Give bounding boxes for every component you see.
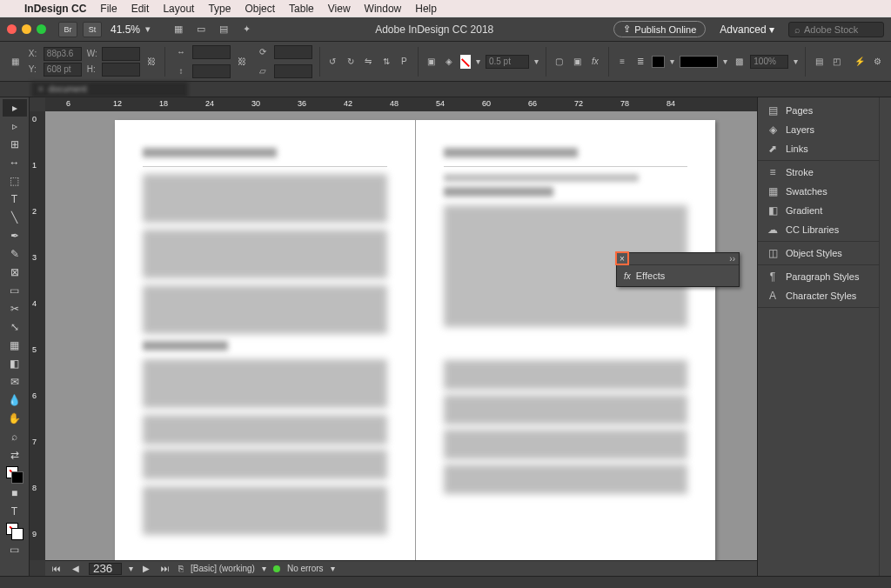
scale-y-input[interactable] [192, 64, 231, 78]
window-maximize[interactable] [37, 24, 46, 34]
rectangle-frame-tool[interactable]: ⊠ [3, 264, 27, 281]
free-transform-tool[interactable]: ⤡ [3, 318, 27, 336]
page-number-input[interactable] [89, 563, 122, 575]
content-collector-tool[interactable]: ⬚ [3, 172, 27, 190]
fx-icon[interactable]: fx [589, 53, 601, 70]
menu-edit[interactable]: Edit [131, 3, 150, 15]
object-styles-panel-button[interactable]: ◫Object Styles [758, 244, 879, 263]
window-close[interactable] [7, 24, 17, 34]
opacity-input[interactable] [750, 55, 788, 69]
line-tool[interactable]: ╲ [3, 209, 27, 226]
effects-panel[interactable]: × ›› fx Effects [616, 252, 740, 287]
prev-page-button[interactable]: ◀ [70, 563, 82, 575]
page-tool[interactable]: ⊞ [3, 136, 27, 153]
horizontal-ruler[interactable]: 6 12 18 24 30 36 42 48 54 60 66 72 78 84 [45, 97, 757, 111]
gradient-swatch-tool[interactable]: ▦ [3, 337, 27, 354]
gpu-icon[interactable]: ✦ [238, 21, 255, 38]
pages-panel-button[interactable]: ▤Pages [758, 101, 879, 120]
first-page-button[interactable]: ⏮ [50, 563, 63, 575]
fill-color-swatch[interactable] [652, 56, 665, 68]
screen-mode-tool[interactable]: ▭ [3, 541, 27, 558]
preflight-profile[interactable]: [Basic] (working) [191, 564, 255, 573]
swatches-panel-button[interactable]: ▦Swatches [758, 182, 879, 201]
bridge-button[interactable]: Br [58, 22, 77, 37]
menu-view[interactable]: View [328, 3, 351, 15]
chevron-down-icon[interactable]: ▾ [331, 564, 335, 573]
cc-libraries-panel-button[interactable]: ☁CC Libraries [758, 220, 879, 239]
chevron-down-icon[interactable]: ▾ [723, 57, 727, 66]
character-styles-panel-button[interactable]: ACharacter Styles [758, 286, 879, 305]
toggle-fill-stroke[interactable]: ⇄ [3, 446, 27, 464]
preflight-errors[interactable]: No errors [287, 564, 324, 573]
scissors-tool[interactable]: ✂ [3, 300, 27, 317]
gradient-feather-tool[interactable]: ◧ [3, 355, 27, 372]
window-minimize[interactable] [22, 24, 31, 34]
w-input[interactable] [102, 47, 140, 61]
zoom-tool[interactable]: ⌕ [3, 428, 27, 445]
pasteboard[interactable]: × ›› fx Effects [45, 111, 757, 560]
collapse-icon[interactable]: ›› [729, 254, 735, 264]
apply-color-icon[interactable]: ■ [3, 484, 27, 502]
adobe-stock-search[interactable]: ⌕ Adobe Stock [788, 22, 884, 37]
workspace-switcher[interactable]: Advanced ▾ [720, 23, 774, 36]
panel-close-button[interactable]: × [615, 251, 629, 265]
menu-object[interactable]: Object [245, 3, 275, 15]
hand-tool[interactable]: ✋ [3, 410, 27, 427]
scale-x-input[interactable] [192, 45, 231, 59]
chevron-down-icon[interactable]: ▾ [670, 57, 674, 66]
eyedropper-tool[interactable]: 💧 [3, 391, 27, 409]
arrange-icon[interactable]: ▤ [215, 21, 232, 38]
chevron-down-icon[interactable]: ▾ [145, 23, 151, 35]
chevron-down-icon[interactable]: ▾ [534, 57, 539, 66]
stroke-style-swatch[interactable] [680, 56, 718, 68]
app-name[interactable]: InDesign CC [24, 3, 86, 15]
document-tab[interactable]: ×document [31, 82, 188, 97]
next-page-button[interactable]: ▶ [140, 563, 152, 575]
frame-fit-icon[interactable]: ▢ [553, 53, 566, 70]
default-fill-stroke[interactable] [6, 523, 23, 540]
stroke-panel-button[interactable]: ≡Stroke [758, 163, 879, 182]
menu-file[interactable]: File [100, 3, 117, 15]
chevron-down-icon[interactable]: ▾ [794, 57, 798, 66]
zoom-level[interactable]: 41.5% [111, 23, 140, 36]
chevron-down-icon[interactable]: ▾ [129, 564, 133, 573]
gap-tool[interactable]: ↔ [3, 154, 27, 171]
format-container-icon[interactable]: T [3, 503, 27, 520]
menu-type[interactable]: Type [208, 3, 231, 15]
last-page-button[interactable]: ⏭ [159, 563, 171, 575]
links-panel-button[interactable]: ⬈Links [758, 139, 879, 158]
gradient-panel-button[interactable]: ◧Gradient [758, 201, 879, 220]
rotate-cw-icon[interactable]: ↻ [345, 53, 357, 70]
select-container-icon[interactable]: ▣ [425, 53, 437, 70]
open-doc-icon[interactable]: ⎘ [178, 564, 184, 573]
menu-table[interactable]: Table [289, 3, 314, 15]
rectangle-tool[interactable]: ▭ [3, 282, 27, 299]
vertical-ruler[interactable]: 0 1 2 3 4 5 6 7 8 9 [30, 111, 45, 560]
flip-v-icon[interactable]: ⇅ [380, 53, 392, 70]
shear-input[interactable] [274, 64, 312, 78]
panel-menu-icon[interactable]: ⚙ [871, 53, 883, 70]
menu-window[interactable]: Window [365, 3, 402, 15]
y-input[interactable] [44, 63, 82, 77]
chevron-down-icon[interactable]: ▾ [476, 57, 480, 66]
stock-button[interactable]: St [83, 22, 102, 37]
frame-fill-icon[interactable]: ▣ [571, 53, 583, 70]
pencil-tool[interactable]: ✎ [3, 245, 27, 263]
select-content-icon[interactable]: ◈ [443, 53, 455, 70]
rotate-ccw-icon[interactable]: ↺ [326, 53, 338, 70]
h-input[interactable] [102, 63, 140, 77]
selection-tool[interactable]: ▸ [3, 99, 27, 117]
document-spread[interactable] [115, 120, 715, 560]
direct-selection-tool[interactable]: ▹ [3, 117, 27, 135]
view-options-icon[interactable]: ▦ [170, 21, 187, 38]
menu-layout[interactable]: Layout [163, 3, 194, 15]
x-input[interactable] [44, 47, 82, 61]
align-left-icon[interactable]: ≡ [616, 53, 628, 70]
rotate-input[interactable] [274, 45, 312, 59]
pen-tool[interactable]: ✒ [3, 227, 27, 244]
text-wrap-icon[interactable]: ▤ [813, 53, 825, 70]
effects-panel-title[interactable]: Effects [636, 271, 665, 281]
screen-mode-icon[interactable]: ▭ [192, 21, 210, 38]
align-center-icon[interactable]: ≣ [633, 53, 646, 70]
type-tool[interactable]: T [3, 190, 27, 208]
